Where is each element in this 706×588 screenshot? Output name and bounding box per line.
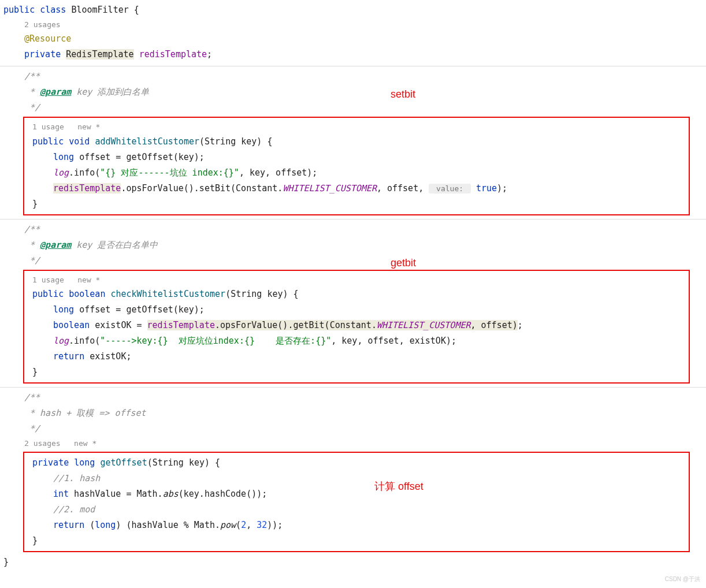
comment: //2. mod bbox=[25, 502, 689, 518]
class-close-brace: } bbox=[3, 554, 703, 570]
method-signature: public boolean checkWhitelistCustomer(St… bbox=[25, 286, 689, 302]
field-declaration: private RedisTemplate redisTemplate; bbox=[3, 47, 703, 62]
separator bbox=[0, 387, 706, 388]
separator bbox=[0, 219, 706, 219]
usages-hint[interactable]: 2 usages bbox=[3, 18, 703, 31]
separator bbox=[0, 66, 706, 66]
code-line: long offset = getOffset(key); bbox=[25, 302, 689, 318]
highlight-box-setbit: 1 usage new * public void addWhitelistCu… bbox=[23, 117, 690, 215]
method-signature: public void addWhitelistCustomer(String … bbox=[25, 134, 689, 150]
method-block-offset: /** * hash + 取模 => offset */ 2 usages ne… bbox=[3, 390, 703, 552]
usages-hint[interactable]: 1 usage new * bbox=[25, 273, 689, 286]
code-line: log.info("----->key:{} 对应坑位index:{} 是否存在… bbox=[25, 333, 689, 349]
label-offset: 计算 offset bbox=[374, 477, 423, 496]
code-line: long offset = getOffset(key); bbox=[25, 150, 689, 165]
highlight-box-getbit: 1 usage new * public boolean checkWhitel… bbox=[23, 270, 690, 384]
close-brace: } bbox=[25, 533, 689, 549]
watermark: CSDN @于洪 bbox=[665, 574, 700, 576]
comment: //1. hash bbox=[25, 471, 689, 486]
label-setbit: setbit bbox=[391, 85, 415, 103]
javadoc: /** bbox=[3, 390, 703, 405]
javadoc: /** bbox=[3, 222, 703, 237]
javadoc: */ bbox=[3, 421, 703, 437]
usages-hint[interactable]: 1 usage new * bbox=[25, 120, 689, 133]
close-brace: } bbox=[25, 364, 689, 380]
javadoc: */ bbox=[3, 100, 703, 116]
annotation: @Resource bbox=[3, 31, 703, 47]
code-line: int hashValue = Math.abs(key.hashCode())… bbox=[25, 486, 689, 502]
javadoc: /** bbox=[3, 69, 703, 84]
close-brace: } bbox=[25, 196, 689, 212]
usages-hint[interactable]: 2 usages new * bbox=[3, 437, 703, 450]
highlight-box-offset: 计算 offset private long getOffset(String … bbox=[23, 452, 690, 552]
method-block-check: getbit /** * @param key 是否在白名单中 */ 1 usa… bbox=[3, 222, 703, 384]
param-hint: value: bbox=[429, 184, 471, 193]
javadoc: */ bbox=[3, 253, 703, 269]
code-line: boolean existOK = redisTemplate.opsForVa… bbox=[25, 318, 689, 333]
javadoc: * @param key 添加到白名单 bbox=[3, 84, 703, 100]
code-line: return (long) (hashValue % Math.pow(2, 3… bbox=[25, 518, 689, 533]
class-declaration: public class BloomFilter { bbox=[3, 2, 703, 18]
method-block-add: setbit /** * @param key 添加到白名单 */ 1 usag… bbox=[3, 69, 703, 215]
method-signature: private long getOffset(String key) { bbox=[25, 455, 689, 471]
javadoc: * hash + 取模 => offset bbox=[3, 405, 703, 421]
code-line: return existOK; bbox=[25, 349, 689, 364]
code-line: log.info("{} 对应------坑位 index:{}", key, … bbox=[25, 165, 689, 181]
code-line: redisTemplate.opsForValue().setBit(Const… bbox=[25, 181, 689, 196]
javadoc: * @param key 是否在白名单中 bbox=[3, 237, 703, 253]
